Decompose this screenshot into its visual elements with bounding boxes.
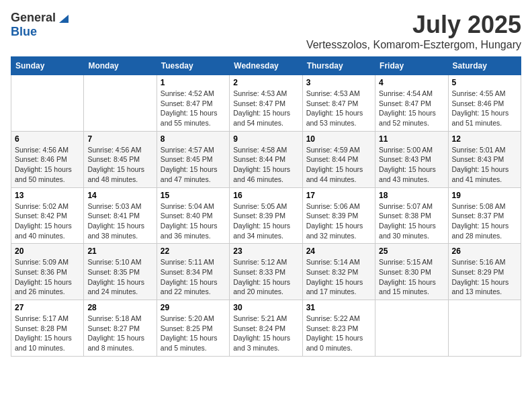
day-number: 16 xyxy=(233,191,298,200)
day-info: Sunrise: 5:16 AM Sunset: 8:29 PM Dayligh… xyxy=(452,257,517,297)
day-info: Sunrise: 5:20 AM Sunset: 8:25 PM Dayligh… xyxy=(161,314,226,353)
day-info: Sunrise: 5:07 AM Sunset: 8:38 PM Dayligh… xyxy=(379,201,444,241)
calendar-cell: 18Sunrise: 5:07 AM Sunset: 8:38 PM Dayli… xyxy=(375,187,448,244)
logo-blue: Blue xyxy=(11,25,37,38)
calendar-header-tuesday: Tuesday xyxy=(157,57,229,75)
calendar-cell: 6Sunrise: 4:56 AM Sunset: 8:46 PM Daylig… xyxy=(11,131,84,187)
day-info: Sunrise: 5:00 AM Sunset: 8:43 PM Dayligh… xyxy=(379,145,444,185)
calendar-week-row: 27Sunrise: 5:17 AM Sunset: 8:28 PM Dayli… xyxy=(11,300,521,357)
day-info: Sunrise: 4:57 AM Sunset: 8:45 PM Dayligh… xyxy=(161,145,226,185)
calendar-cell: 12Sunrise: 5:01 AM Sunset: 8:43 PM Dayli… xyxy=(448,131,521,187)
calendar-cell: 31Sunrise: 5:22 AM Sunset: 8:23 PM Dayli… xyxy=(302,300,375,357)
day-number: 28 xyxy=(87,303,152,312)
day-info: Sunrise: 4:56 AM Sunset: 8:46 PM Dayligh… xyxy=(15,145,80,185)
day-number: 23 xyxy=(233,246,298,256)
day-number: 18 xyxy=(379,191,444,200)
calendar-cell: 19Sunrise: 5:08 AM Sunset: 8:37 PM Dayli… xyxy=(448,187,521,244)
logo-general: General xyxy=(11,11,56,25)
calendar-cell xyxy=(84,75,157,132)
calendar-cell: 1Sunrise: 4:52 AM Sunset: 8:47 PM Daylig… xyxy=(157,75,229,132)
calendar-cell xyxy=(11,75,84,132)
day-number: 6 xyxy=(15,134,80,144)
day-number: 20 xyxy=(15,246,80,256)
day-info: Sunrise: 5:08 AM Sunset: 8:37 PM Dayligh… xyxy=(452,201,517,241)
day-info: Sunrise: 5:21 AM Sunset: 8:24 PM Dayligh… xyxy=(233,314,298,353)
day-info: Sunrise: 5:04 AM Sunset: 8:40 PM Dayligh… xyxy=(161,201,226,241)
calendar-cell: 15Sunrise: 5:04 AM Sunset: 8:40 PM Dayli… xyxy=(157,187,229,244)
calendar-cell: 13Sunrise: 5:02 AM Sunset: 8:42 PM Dayli… xyxy=(11,187,84,244)
day-number: 14 xyxy=(87,191,152,200)
day-number: 12 xyxy=(452,134,517,144)
day-info: Sunrise: 5:18 AM Sunset: 8:27 PM Dayligh… xyxy=(87,314,152,353)
day-number: 26 xyxy=(452,246,517,256)
day-info: Sunrise: 4:56 AM Sunset: 8:45 PM Dayligh… xyxy=(87,145,152,185)
calendar-cell xyxy=(375,300,448,357)
day-info: Sunrise: 5:17 AM Sunset: 8:28 PM Dayligh… xyxy=(15,314,80,353)
day-info: Sunrise: 4:53 AM Sunset: 8:47 PM Dayligh… xyxy=(233,89,298,128)
day-info: Sunrise: 5:22 AM Sunset: 8:23 PM Dayligh… xyxy=(306,314,371,353)
day-info: Sunrise: 5:14 AM Sunset: 8:32 PM Dayligh… xyxy=(306,257,371,297)
day-number: 17 xyxy=(306,191,371,200)
day-number: 19 xyxy=(452,191,517,200)
calendar-cell: 24Sunrise: 5:14 AM Sunset: 8:32 PM Dayli… xyxy=(302,244,375,300)
day-number: 10 xyxy=(306,134,371,144)
day-number: 9 xyxy=(233,134,298,144)
calendar-cell xyxy=(448,300,521,357)
title-section: July 2025 Vertesszolos, Komarom-Esztergo… xyxy=(306,11,521,51)
day-info: Sunrise: 5:05 AM Sunset: 8:39 PM Dayligh… xyxy=(233,201,298,241)
day-info: Sunrise: 5:01 AM Sunset: 8:43 PM Dayligh… xyxy=(452,145,517,185)
calendar-week-row: 6Sunrise: 4:56 AM Sunset: 8:46 PM Daylig… xyxy=(11,131,521,187)
calendar-cell: 5Sunrise: 4:55 AM Sunset: 8:46 PM Daylig… xyxy=(448,75,521,132)
day-info: Sunrise: 5:10 AM Sunset: 8:35 PM Dayligh… xyxy=(87,257,152,297)
calendar-header-friday: Friday xyxy=(375,57,448,75)
day-number: 24 xyxy=(306,246,371,256)
calendar-cell: 3Sunrise: 4:53 AM Sunset: 8:47 PM Daylig… xyxy=(302,75,375,132)
day-number: 22 xyxy=(161,246,226,256)
calendar-header-monday: Monday xyxy=(84,57,157,75)
calendar-cell: 30Sunrise: 5:21 AM Sunset: 8:24 PM Dayli… xyxy=(230,300,302,357)
location: Vertesszolos, Komarom-Esztergom, Hungary xyxy=(306,39,521,51)
logo-triangle-icon xyxy=(56,12,69,24)
day-info: Sunrise: 4:55 AM Sunset: 8:46 PM Dayligh… xyxy=(452,89,517,128)
calendar-cell: 21Sunrise: 5:10 AM Sunset: 8:35 PM Dayli… xyxy=(84,244,157,300)
calendar-cell: 11Sunrise: 5:00 AM Sunset: 8:43 PM Dayli… xyxy=(375,131,448,187)
day-number: 2 xyxy=(233,78,298,87)
day-number: 13 xyxy=(15,191,80,200)
day-number: 29 xyxy=(161,303,226,312)
calendar-cell: 26Sunrise: 5:16 AM Sunset: 8:29 PM Dayli… xyxy=(448,244,521,300)
day-number: 27 xyxy=(15,303,80,312)
calendar-header-saturday: Saturday xyxy=(448,57,521,75)
day-number: 11 xyxy=(379,134,444,144)
day-info: Sunrise: 4:58 AM Sunset: 8:44 PM Dayligh… xyxy=(233,145,298,185)
calendar-cell: 7Sunrise: 4:56 AM Sunset: 8:45 PM Daylig… xyxy=(84,131,157,187)
calendar-body: 1Sunrise: 4:52 AM Sunset: 8:47 PM Daylig… xyxy=(11,75,521,357)
day-info: Sunrise: 5:12 AM Sunset: 8:33 PM Dayligh… xyxy=(233,257,298,297)
day-info: Sunrise: 5:03 AM Sunset: 8:41 PM Dayligh… xyxy=(87,201,152,241)
day-info: Sunrise: 4:54 AM Sunset: 8:47 PM Dayligh… xyxy=(379,89,444,128)
logo: General Blue xyxy=(11,11,69,39)
day-info: Sunrise: 4:53 AM Sunset: 8:47 PM Dayligh… xyxy=(306,89,371,128)
day-info: Sunrise: 5:15 AM Sunset: 8:30 PM Dayligh… xyxy=(379,257,444,297)
calendar-table: SundayMondayTuesdayWednesdayThursdayFrid… xyxy=(11,56,521,357)
calendar-cell: 17Sunrise: 5:06 AM Sunset: 8:39 PM Dayli… xyxy=(302,187,375,244)
day-number: 15 xyxy=(161,191,226,200)
day-info: Sunrise: 5:02 AM Sunset: 8:42 PM Dayligh… xyxy=(15,201,80,241)
calendar-cell: 8Sunrise: 4:57 AM Sunset: 8:45 PM Daylig… xyxy=(157,131,229,187)
calendar-cell: 20Sunrise: 5:09 AM Sunset: 8:36 PM Dayli… xyxy=(11,244,84,300)
calendar-cell: 23Sunrise: 5:12 AM Sunset: 8:33 PM Dayli… xyxy=(230,244,302,300)
day-info: Sunrise: 4:52 AM Sunset: 8:47 PM Dayligh… xyxy=(161,89,226,128)
day-info: Sunrise: 5:11 AM Sunset: 8:34 PM Dayligh… xyxy=(161,257,226,297)
calendar-cell: 27Sunrise: 5:17 AM Sunset: 8:28 PM Dayli… xyxy=(11,300,84,357)
day-number: 21 xyxy=(87,246,152,256)
day-number: 4 xyxy=(379,78,444,87)
calendar-cell: 10Sunrise: 4:59 AM Sunset: 8:44 PM Dayli… xyxy=(302,131,375,187)
calendar-cell: 29Sunrise: 5:20 AM Sunset: 8:25 PM Dayli… xyxy=(157,300,229,357)
calendar-cell: 9Sunrise: 4:58 AM Sunset: 8:44 PM Daylig… xyxy=(230,131,302,187)
calendar-cell: 28Sunrise: 5:18 AM Sunset: 8:27 PM Dayli… xyxy=(84,300,157,357)
day-number: 8 xyxy=(161,134,226,144)
calendar-week-row: 20Sunrise: 5:09 AM Sunset: 8:36 PM Dayli… xyxy=(11,244,521,300)
calendar-cell: 16Sunrise: 5:05 AM Sunset: 8:39 PM Dayli… xyxy=(230,187,302,244)
calendar-cell: 14Sunrise: 5:03 AM Sunset: 8:41 PM Dayli… xyxy=(84,187,157,244)
calendar-week-row: 1Sunrise: 4:52 AM Sunset: 8:47 PM Daylig… xyxy=(11,75,521,132)
calendar-week-row: 13Sunrise: 5:02 AM Sunset: 8:42 PM Dayli… xyxy=(11,187,521,244)
